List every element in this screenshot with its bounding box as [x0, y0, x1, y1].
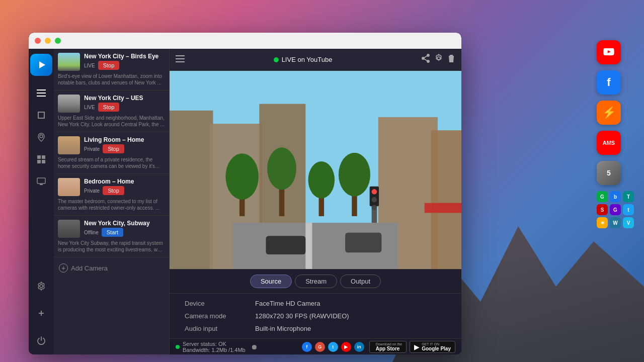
camera-thumbnail — [58, 95, 80, 113]
svg-point-29 — [267, 147, 296, 190]
svg-rect-6 — [42, 155, 45, 159]
small-icon-b[interactable]: b — [610, 191, 621, 202]
small-icon-g[interactable]: G — [597, 191, 608, 202]
small-icon-t[interactable]: T — [623, 191, 634, 202]
googleplay-badge[interactable]: ▶ GET IT ON Google Play — [410, 341, 455, 353]
small-icon-tw[interactable]: t — [623, 204, 634, 215]
share-button[interactable] — [421, 54, 430, 65]
stop-button[interactable]: Stop — [103, 186, 124, 195]
tab-output[interactable]: Output — [340, 275, 381, 288]
nav-icon-list[interactable] — [32, 84, 50, 102]
device-label: Device — [185, 300, 255, 307]
menu-icon[interactable] — [176, 55, 185, 64]
five-icon[interactable]: 5 — [597, 161, 621, 185]
nav-icon-grid[interactable] — [32, 150, 50, 168]
googleplay-sub: GET IT ON — [422, 342, 451, 346]
camera-thumbnail — [58, 178, 80, 196]
main-content: LIVE on YouTube — [170, 49, 461, 354]
camera-list: New York City – Birds Eye LIVE Stop Bird… — [54, 49, 170, 354]
camera-item[interactable]: New York City – UES LIVE Stop Upper East… — [54, 90, 169, 132]
flash-icon[interactable]: ⚡ — [597, 101, 621, 125]
camera-status: Private — [84, 188, 100, 194]
delete-button[interactable] — [447, 54, 455, 65]
stop-button[interactable]: Stop — [103, 144, 124, 153]
nav-icon-settings[interactable] — [32, 277, 50, 295]
svg-rect-21 — [170, 111, 213, 269]
appstore-main: App Store — [376, 346, 403, 351]
close-button[interactable] — [35, 38, 41, 44]
social-twitter[interactable]: t — [328, 342, 338, 352]
right-icon-panel: f ⚡ AMS 5 G b T S G t ☀ W V — [597, 40, 634, 228]
small-icons-group: G b T S G t ☀ W V — [597, 191, 634, 228]
social-facebook[interactable]: f — [302, 342, 312, 352]
social-youtube[interactable]: ▶ — [341, 342, 351, 352]
add-camera-button[interactable]: + Add Camera — [54, 257, 169, 279]
camera-mode-value: 644x362 30 FPS (RAWVIDEO) — [255, 312, 349, 320]
camera-item[interactable]: Living Room – Home Private Stop Secured … — [54, 132, 169, 174]
stop-button[interactable]: Stop — [98, 61, 120, 70]
social-icons-bar: f G t ▶ in — [302, 342, 364, 352]
minimize-button[interactable] — [45, 38, 51, 44]
youtube-icon[interactable] — [597, 40, 621, 64]
nav-icon-plus[interactable] — [32, 304, 50, 322]
small-icon-wp[interactable]: W — [610, 217, 621, 228]
small-icon-p[interactable]: G — [610, 204, 621, 215]
live-text: LIVE on YouTube — [282, 56, 333, 63]
appstore-sub: Download on the — [376, 342, 403, 346]
svg-rect-16 — [176, 61, 185, 62]
stop-button[interactable]: Stop — [98, 103, 120, 112]
social-linkedin[interactable]: in — [354, 342, 364, 352]
video-preview — [170, 71, 461, 269]
camera-description: Upper East Side and neighborhood, Manhat… — [58, 115, 165, 128]
maximize-button[interactable] — [55, 38, 61, 44]
svg-point-42 — [372, 205, 377, 211]
svg-point-4 — [40, 135, 43, 138]
svg-rect-9 — [37, 178, 45, 184]
device-row: Device FaceTime HD Camera — [185, 300, 446, 307]
device-info: Device FaceTime HD Camera Camera mode 12… — [170, 294, 461, 338]
svg-rect-25 — [431, 130, 461, 269]
small-icon-r[interactable]: S — [597, 204, 608, 215]
svg-rect-35 — [305, 223, 312, 269]
svg-rect-1 — [37, 89, 46, 90]
small-icon-vm[interactable]: V — [623, 217, 634, 228]
nav-icon-location[interactable] — [32, 128, 50, 146]
small-icon-y[interactable]: ☀ — [597, 217, 608, 228]
camera-description: Bird's-eye view of Lower Manhattan, zoom… — [58, 73, 165, 86]
camera-item[interactable]: Bedroom – Home Private Stop The master b… — [54, 174, 169, 216]
appstore-badge[interactable]: Download on the App Store — [369, 341, 407, 353]
top-bar: LIVE on YouTube — [170, 49, 461, 71]
panel-tabs: Source Stream Output — [170, 269, 461, 294]
tab-stream[interactable]: Stream — [295, 275, 337, 288]
camera-name: New York City, Subway — [84, 220, 165, 227]
svg-rect-13 — [41, 311, 42, 316]
svg-rect-36 — [266, 236, 306, 254]
status-dot — [176, 345, 180, 349]
svg-rect-8 — [42, 160, 45, 163]
camera-item[interactable]: New York City, Subway Offline Start New … — [54, 216, 169, 257]
nav-icon-power[interactable] — [32, 331, 50, 349]
svg-point-11 — [40, 285, 43, 288]
camera-thumbnail — [58, 136, 80, 154]
add-camera-label: Add Camera — [71, 264, 108, 272]
camera-name: New York City – Birds Eye — [84, 53, 165, 60]
camera-name: Bedroom – Home — [84, 178, 165, 185]
svg-rect-43 — [425, 203, 461, 213]
nav-icon-monitor[interactable] — [32, 172, 50, 191]
svg-point-31 — [308, 161, 335, 199]
record-icon[interactable]: ⏺ — [251, 343, 258, 351]
server-status: Server status: OK Bandwidth: 1.2Mb /1.4M… — [176, 341, 302, 353]
nav-icon-book[interactable] — [32, 106, 50, 124]
app-logo[interactable] — [30, 54, 52, 76]
camera-name: Living Room – Home — [84, 136, 165, 143]
svg-rect-10 — [40, 184, 43, 185]
facebook-icon[interactable]: f — [597, 70, 621, 95]
start-button[interactable]: Start — [102, 228, 123, 237]
settings-button[interactable] — [434, 54, 443, 65]
camera-thumbnail — [58, 220, 80, 238]
ams-icon[interactable]: AMS — [597, 131, 621, 155]
camera-item[interactable]: New York City – Birds Eye LIVE Stop Bird… — [54, 49, 169, 90]
tab-source[interactable]: Source — [250, 275, 292, 288]
camera-description: New York City Subway, the rapid transit … — [58, 240, 165, 253]
social-googleplus[interactable]: G — [315, 342, 325, 352]
